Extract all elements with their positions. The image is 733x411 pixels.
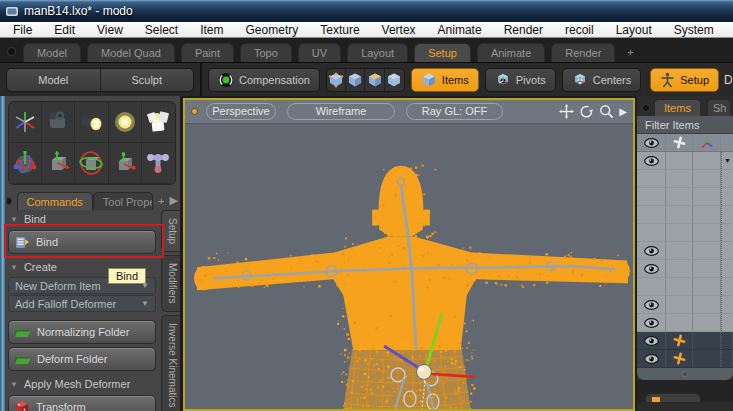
tree-cell[interactable] (721, 170, 733, 187)
apply-mesh-deformer-header[interactable]: ▼ Apply Mesh Deformer (8, 375, 156, 393)
add-toggle[interactable] (666, 152, 693, 169)
pan-icon[interactable] (559, 104, 574, 119)
tree-cell[interactable] (721, 224, 733, 241)
visibility-column-header[interactable] (637, 134, 666, 151)
sculpt-mode-button[interactable]: Sculpt (101, 69, 194, 91)
add-toggle[interactable] (666, 314, 693, 331)
menu-file[interactable]: File (2, 22, 43, 38)
item-row-10[interactable] (637, 332, 733, 350)
add-area-light-button[interactable] (142, 102, 175, 143)
axis-cell[interactable] (693, 314, 721, 331)
add-spotlight-button[interactable] (75, 102, 108, 143)
layout-tab-layout[interactable]: Layout (347, 43, 408, 62)
menu-edit[interactable]: Edit (43, 22, 86, 38)
shading-mode-dropdown[interactable]: Wireframe (287, 103, 395, 120)
axis-column-header[interactable] (693, 134, 721, 151)
item-row-0[interactable]: ▼ (637, 152, 733, 170)
tab-shader[interactable]: Sh (707, 99, 731, 116)
tree-cell[interactable] (721, 296, 733, 313)
view-type-dropdown[interactable]: Perspective (206, 103, 276, 120)
bind-button[interactable]: Bind (8, 230, 156, 254)
items-mode-button[interactable]: Items (411, 68, 479, 92)
add-falloff-deformer-dropdown[interactable]: Add Falloff Deformer ▼ (8, 295, 156, 312)
add-column-header[interactable] (666, 134, 693, 151)
raygl-toggle[interactable]: Ray GL: OFF (406, 103, 503, 120)
panel-widget-icon[interactable] (6, 197, 12, 205)
add-toggle[interactable] (666, 188, 693, 205)
item-row-6[interactable] (637, 260, 733, 278)
zoom-icon[interactable] (599, 104, 614, 119)
item-row-5[interactable] (637, 242, 733, 260)
orbit-icon[interactable] (579, 104, 594, 119)
tree-cell[interactable] (721, 332, 733, 349)
tree-cell[interactable] (721, 206, 733, 223)
scale-tool-button[interactable] (109, 143, 142, 184)
add-layout-tab-button[interactable]: + (621, 43, 639, 62)
tab-tool-properties[interactable]: Tool Proper ... (93, 192, 153, 210)
layout-tab-model-quad[interactable]: Model Quad (87, 43, 175, 62)
tab-widget-icon[interactable] (7, 47, 16, 56)
visibility-toggle[interactable] (637, 314, 666, 331)
axis-cell[interactable] (693, 332, 721, 349)
menu-view[interactable]: View (86, 22, 134, 38)
tree-cell[interactable] (721, 314, 733, 331)
add-toggle[interactable] (666, 260, 693, 277)
add-toggle[interactable] (666, 206, 693, 223)
menu-help[interactable]: Help (725, 22, 733, 38)
rotate-gizmo-button[interactable] (9, 143, 42, 184)
tree-cell[interactable] (721, 260, 733, 277)
cube-mode-4-icon[interactable] (385, 69, 404, 91)
tree-cell[interactable] (721, 242, 733, 259)
visibility-toggle[interactable] (637, 278, 666, 295)
menu-animate[interactable]: Animate (427, 22, 493, 38)
transform-button[interactable]: Transform (8, 395, 156, 411)
add-tab-button[interactable]: + (158, 195, 164, 207)
item-row-2[interactable] (637, 188, 733, 206)
add-toggle[interactable] (666, 242, 693, 259)
lower-panel-tab[interactable] (645, 393, 701, 402)
menu-system[interactable]: System (663, 22, 725, 38)
axis-cell[interactable] (693, 206, 721, 223)
menu-select[interactable]: Select (134, 22, 189, 38)
model-mode-button[interactable]: Model (7, 69, 101, 91)
tab-overflow-arrow-icon[interactable]: ▶ (170, 194, 178, 207)
move-tool-button[interactable] (42, 143, 75, 184)
visibility-toggle[interactable] (637, 170, 666, 187)
layout-tab-uv[interactable]: UV (298, 43, 341, 62)
item-row-3[interactable] (637, 206, 733, 224)
tree-cell[interactable] (721, 188, 733, 205)
axis-cell[interactable] (693, 260, 721, 277)
menu-texture[interactable]: Texture (309, 22, 370, 38)
menu-item[interactable]: Item (189, 22, 234, 38)
visibility-toggle[interactable] (637, 242, 666, 259)
visibility-toggle[interactable] (637, 296, 666, 313)
add-locator-button[interactable] (9, 102, 42, 143)
expand-triangle-icon[interactable]: ▼ (724, 157, 731, 164)
item-row-7[interactable] (637, 278, 733, 296)
add-toggle[interactable] (666, 350, 693, 367)
item-row-1[interactable] (637, 170, 733, 188)
cube-mode-2-icon[interactable] (346, 69, 365, 91)
ik-chain-button[interactable] (142, 143, 175, 184)
add-camera-button[interactable] (42, 102, 75, 143)
axis-cell[interactable] (693, 170, 721, 187)
layout-tab-setup[interactable]: Setup (414, 43, 471, 62)
tree-cell[interactable] (721, 350, 733, 367)
item-row-4[interactable] (637, 224, 733, 242)
layout-tab-paint[interactable]: Paint (181, 43, 234, 62)
axis-cell[interactable] (693, 188, 721, 205)
vertical-tab-inverse-kinematics[interactable]: Inverse Kinematics (161, 315, 180, 411)
add-ambient-light-button[interactable] (109, 102, 142, 143)
menu-geometry[interactable]: Geometry (235, 22, 310, 38)
axis-cell[interactable] (693, 350, 721, 367)
add-toggle[interactable] (666, 332, 693, 349)
vertical-tab-modifiers[interactable]: Modifiers (161, 255, 180, 312)
visibility-toggle[interactable] (637, 206, 666, 223)
filter-items-field[interactable]: Filter Items (637, 116, 733, 134)
cube-mode-3-icon[interactable] (365, 69, 384, 91)
menu-layout[interactable]: Layout (605, 22, 663, 38)
layout-tab-render[interactable]: Render (551, 43, 615, 62)
cube-mode-1-icon[interactable] (327, 69, 346, 91)
pivots-button[interactable]: Pivots (485, 68, 556, 92)
bind-section-header[interactable]: ▼ Bind (8, 210, 156, 228)
